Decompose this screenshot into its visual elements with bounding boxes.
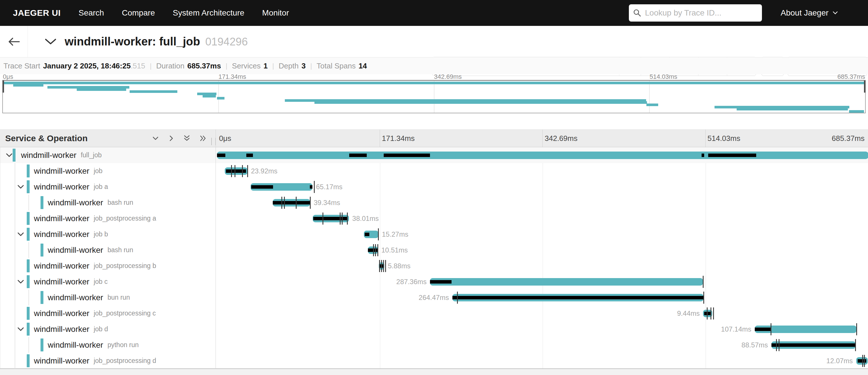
span-row[interactable]: windmill-workerjob_postprocessing c9.44m… — [0, 306, 868, 321]
span-log-band — [702, 153, 704, 157]
span-operation-name: bun run — [107, 294, 130, 301]
span-log-band — [273, 201, 310, 204]
span-log-tick — [703, 276, 704, 288]
span-bar[interactable] — [273, 199, 310, 206]
collapse-all-button[interactable] — [183, 134, 191, 142]
span-row[interactable]: windmill-workerjob b15.27ms — [0, 226, 868, 242]
span-log-tick — [381, 260, 382, 272]
span-log-tick — [703, 292, 704, 304]
info-separator: | — [272, 62, 274, 70]
chevron-down-icon[interactable] — [18, 232, 24, 236]
trace-title-bar: windmill-worker: full_job 0194296 ? — [0, 26, 868, 58]
span-row[interactable]: windmill-workerbash run39.34ms — [0, 195, 868, 210]
indent-guide — [28, 337, 29, 353]
chevron-down-icon[interactable] — [6, 153, 12, 157]
app-logo[interactable]: JAEGER UI — [13, 8, 61, 18]
minimap-tick-label: 514.03ms — [650, 73, 677, 81]
span-row[interactable]: windmill-workerfull_job — [0, 147, 868, 163]
span-color-bar — [27, 228, 30, 241]
span-row[interactable]: windmill-workerbun run264.47ms — [0, 290, 868, 306]
expand-one-button[interactable] — [167, 134, 175, 142]
span-bar[interactable] — [251, 183, 312, 191]
span-name: windmill-workerbash run — [48, 242, 133, 258]
span-duration-label: 12.07ms — [826, 353, 853, 369]
span-name: windmill-workerjob_postprocessing b — [34, 258, 156, 274]
span-bar[interactable] — [313, 215, 349, 222]
indent-guide — [28, 290, 29, 306]
span-row[interactable]: windmill-workerjob_postprocessing d12.07… — [0, 353, 868, 369]
minimap-right-scrubber[interactable] — [864, 81, 865, 93]
span-bar[interactable] — [453, 294, 704, 301]
span-name: windmill-workerjob_postprocessing d — [34, 353, 156, 369]
span-duration-label: 107.14ms — [721, 321, 751, 337]
about-jaeger-menu[interactable]: About Jaeger — [781, 0, 838, 26]
span-bar[interactable] — [430, 278, 703, 286]
span-duration-label: 10.51ms — [381, 242, 408, 258]
span-color-bar — [40, 339, 43, 351]
span-row[interactable]: windmill-workerjob_postprocessing a38.01… — [0, 210, 868, 226]
minimap-span-bar — [217, 97, 224, 99]
span-row[interactable]: windmill-workerjob23.92ms — [0, 163, 868, 179]
minimap-time-labels: 0μs171.34ms342.69ms514.03ms685.37ms — [0, 73, 868, 80]
span-color-bar — [27, 307, 30, 320]
span-color-bar — [27, 275, 30, 288]
span-operation-name: job — [94, 167, 103, 175]
span-row[interactable]: windmill-workerbash run10.51ms — [0, 242, 868, 258]
chevron-down-icon[interactable] — [18, 280, 24, 284]
span-bar[interactable] — [771, 341, 856, 349]
minimap-span-bar — [849, 110, 864, 113]
span-log-tick — [864, 355, 865, 367]
timeline-minimap[interactable] — [2, 80, 866, 113]
span-log-band — [771, 343, 856, 347]
collapse-one-button[interactable] — [152, 134, 159, 142]
search-icon — [633, 9, 642, 17]
indent-guide — [15, 195, 15, 210]
span-row[interactable]: windmill-workerjob a65.17ms — [0, 179, 868, 195]
span-log-tick — [771, 323, 771, 335]
minimap-left-scrubber[interactable] — [3, 81, 4, 93]
span-name: windmill-workerjob — [34, 163, 103, 179]
panel-divider[interactable] — [216, 129, 216, 369]
span-bar[interactable] — [225, 167, 247, 175]
back-arrow-icon — [7, 37, 21, 47]
span-log-tick — [379, 260, 380, 272]
minimap-gridline — [649, 81, 650, 113]
collapse-trace-details-button[interactable] — [44, 26, 57, 57]
span-duration-label: 88.57ms — [742, 337, 768, 353]
span-log-tick — [713, 308, 714, 319]
chevron-down-icon — [833, 11, 838, 15]
span-service-name: windmill-worker — [34, 325, 89, 334]
span-row[interactable]: windmill-workerpython run88.57ms — [0, 337, 868, 353]
nav-item-compare[interactable]: Compare — [122, 8, 155, 18]
span-log-band — [349, 153, 367, 157]
double-chevron-down-icon — [183, 134, 191, 142]
indent-guide — [15, 163, 15, 179]
indent-guide — [15, 242, 15, 258]
column-resize-handle[interactable] — [211, 138, 216, 145]
span-bar[interactable] — [364, 231, 378, 238]
trace-info-item: Trace StartJanuary 2 2025, 18:46:25.515 — [3, 61, 145, 70]
span-row[interactable]: windmill-workerjob d107.14ms — [0, 321, 868, 337]
span-service-name: windmill-worker — [34, 309, 89, 318]
expand-all-button[interactable] — [198, 134, 207, 142]
trace-id-lookup-input[interactable] — [644, 8, 758, 18]
chevron-down-icon[interactable] — [18, 185, 24, 189]
span-log-tick — [242, 165, 243, 177]
span-color-bar — [27, 354, 30, 367]
span-name: windmill-workerjob_postprocessing a — [34, 210, 156, 226]
span-log-band — [755, 327, 771, 331]
span-bar[interactable] — [217, 151, 868, 159]
span-bar[interactable] — [755, 325, 857, 333]
chevron-down-icon[interactable] — [18, 327, 24, 331]
span-service-name: windmill-worker — [34, 182, 89, 192]
nav-item-system-architecture[interactable]: System Architecture — [173, 8, 244, 18]
nav-item-monitor[interactable]: Monitor — [262, 8, 289, 18]
back-button[interactable] — [0, 26, 28, 57]
nav-item-search[interactable]: Search — [79, 8, 104, 18]
span-log-band — [217, 153, 225, 157]
span-log-tick — [779, 339, 779, 351]
span-row[interactable]: windmill-workerjob c287.36ms — [0, 274, 868, 290]
span-name: windmill-workerbun run — [48, 290, 130, 306]
span-row[interactable]: windmill-workerjob_postprocessing b5.88m… — [0, 258, 868, 274]
trace-summary-bar: Trace StartJanuary 2 2025, 18:46:25.515|… — [0, 58, 868, 74]
